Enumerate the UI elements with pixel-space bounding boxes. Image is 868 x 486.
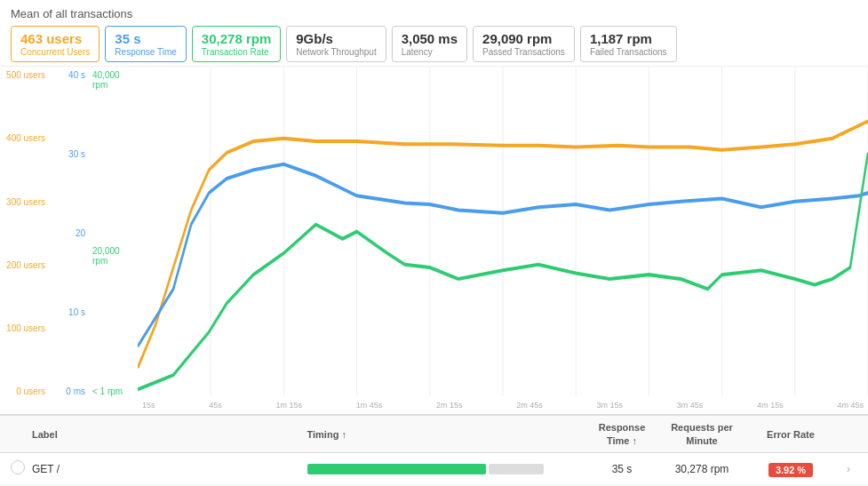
row-response-time: 35 s [582, 463, 662, 475]
y-axis-rpm: 40,000 rpm 20,000 rpm < 1 rpm [89, 67, 138, 396]
row-rpm: 30,278 rpm [662, 463, 742, 475]
metric-label-passed-transactions: Passed Transactions [482, 47, 565, 57]
th-rpm: Requests perMinute [662, 421, 742, 447]
th-timing: Timing ↑ [307, 429, 583, 440]
metric-card-failed-transactions: 1,187 rpmFailed Transactions [580, 26, 677, 62]
x-label-3m15s: 3m 15s [597, 401, 624, 410]
x-label-4m45s: 4m 45s [837, 401, 864, 410]
chart-container: 500 users 400 users 300 users 200 users … [0, 67, 868, 414]
metric-card-passed-transactions: 29,090 rpmPassed Transactions [473, 26, 575, 62]
row-label: GET / [32, 463, 307, 475]
metric-card-response-time: 35 sResponse Time [105, 26, 186, 62]
metric-value-latency: 3,050 ms [402, 31, 458, 46]
y-label-100: 100 users [4, 323, 45, 333]
y-label-0ms: 0 ms [52, 386, 85, 396]
row-checkbox[interactable] [11, 460, 32, 478]
y-label-40krpm: 40,000 rpm [92, 70, 134, 90]
metric-card-transaction-rate: 30,278 rpmTransaction Rate [192, 26, 281, 62]
y-label-200: 200 users [4, 260, 45, 270]
chart-svg [138, 67, 868, 396]
metric-label-concurrent-users: Concurrent Users [20, 47, 90, 57]
table-row: GET / 35 s 30,278 rpm 3.92 % › [0, 453, 868, 486]
y-label-30s: 30 s [52, 149, 85, 159]
y-label-20krpm: 20,000 rpm [92, 246, 134, 266]
table-section: Label Timing ↑ ResponseTime ↑ Requests p… [0, 414, 868, 486]
y-label-500: 500 users [4, 70, 45, 80]
x-label-15s: 15s [142, 401, 155, 410]
row-detail-arrow[interactable]: › [840, 463, 857, 475]
metric-value-transaction-rate: 30,278 rpm [202, 31, 271, 46]
metric-value-network-throughput: 9Gb/s [296, 31, 376, 46]
metric-value-response-time: 35 s [115, 31, 176, 46]
x-label-3m45s: 3m 45s [677, 401, 704, 410]
th-error-rate: Error Rate [742, 429, 840, 440]
main-container: Mean of all transactions 463 usersConcur… [0, 0, 868, 486]
metric-label-transaction-rate: Transaction Rate [202, 47, 271, 57]
x-label-2m45s: 2m 45s [516, 401, 543, 410]
x-label-1m15s: 1m 15s [276, 401, 303, 410]
x-axis: 15s 45s 1m 15s 1m 45s 2m 15s 2m 45s 3m 1… [138, 396, 868, 414]
header: Mean of all transactions 463 usersConcur… [0, 0, 868, 66]
x-label-2m15s: 2m 15s [436, 401, 463, 410]
error-badge: 3.92 % [768, 463, 813, 477]
timing-bar-gray [489, 464, 544, 474]
y-label-10s: 10 s [52, 307, 85, 317]
metric-card-network-throughput: 9Gb/sNetwork Throughput [286, 26, 386, 62]
y-axis-time: 40 s 30 s 20 10 s 0 ms [49, 67, 89, 396]
timing-bar-green [307, 464, 486, 474]
row-error-rate: 3.92 % [742, 461, 840, 477]
metric-value-failed-transactions: 1,187 rpm [590, 31, 667, 46]
page-title: Mean of all transactions [11, 7, 857, 20]
metric-value-concurrent-users: 463 users [20, 31, 90, 46]
y-label-0: 0 users [4, 386, 45, 396]
y-label-40s: 40 s [52, 70, 85, 80]
y-label-400: 400 users [4, 133, 45, 143]
timing-progress-bar [307, 464, 583, 474]
x-label-4m15s: 4m 15s [757, 401, 784, 410]
x-label-1m45s: 1m 45s [356, 401, 383, 410]
metric-value-passed-transactions: 29,090 rpm [482, 31, 565, 46]
metric-label-latency: Latency [402, 47, 458, 57]
y-label-300: 300 users [4, 197, 45, 207]
x-label-45s: 45s [209, 401, 222, 410]
metrics-row: 463 usersConcurrent Users35 sResponse Ti… [11, 26, 857, 62]
metric-label-response-time: Response Time [115, 47, 176, 57]
y-axis-users: 500 users 400 users 300 users 200 users … [0, 67, 49, 396]
checkbox-circle[interactable] [11, 460, 25, 474]
chart-area: 500 users 400 users 300 users 200 users … [0, 66, 868, 414]
th-response-time: ResponseTime ↑ [582, 421, 662, 447]
row-timing [307, 464, 583, 474]
metric-card-concurrent-users: 463 usersConcurrent Users [11, 26, 100, 62]
th-label: Label [32, 429, 307, 440]
table-header: Label Timing ↑ ResponseTime ↑ Requests p… [0, 416, 868, 453]
metric-card-latency: 3,050 msLatency [392, 26, 467, 62]
metric-label-network-throughput: Network Throughput [296, 47, 376, 57]
y-label-lt1rpm: < 1 rpm [92, 386, 134, 396]
y-label-20: 20 [52, 228, 85, 238]
metric-label-failed-transactions: Failed Transactions [590, 47, 667, 57]
